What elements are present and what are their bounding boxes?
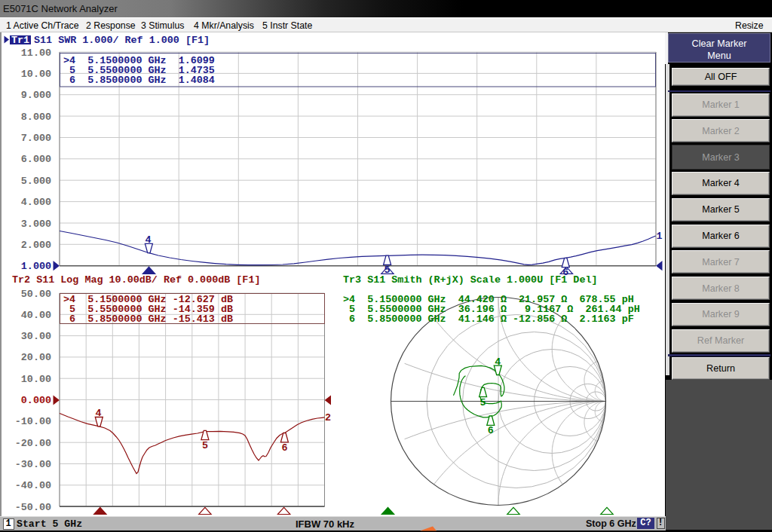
svg-text:6: 6 xyxy=(281,442,287,454)
svg-text:4: 4 xyxy=(495,356,501,368)
svg-text:1: 1 xyxy=(656,231,662,242)
svg-text:5: 5 xyxy=(480,397,486,408)
svg-text:4: 4 xyxy=(95,408,101,419)
svg-text:6: 6 xyxy=(488,425,494,436)
svg-text:2: 2 xyxy=(325,412,331,423)
svg-text:5: 5 xyxy=(202,440,208,451)
svg-text:4: 4 xyxy=(145,234,151,246)
